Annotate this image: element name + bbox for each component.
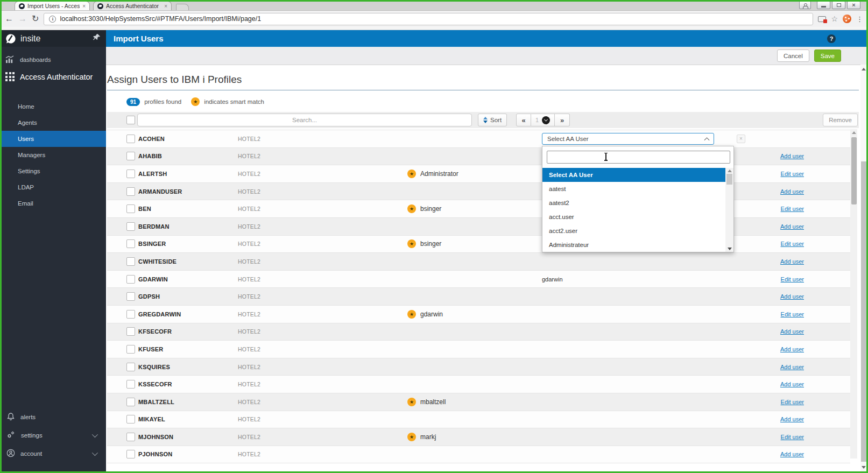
extension-card-icon[interactable] [818,16,826,22]
sidebar-item-account[interactable]: account [0,444,106,463]
row-checkbox[interactable] [126,450,135,458]
row-checkbox[interactable] [126,292,135,301]
row-checkbox[interactable] [126,187,135,196]
browser-tab-inactive[interactable]: Access Authenticator × [93,1,172,10]
scrollbar-thumb[interactable] [726,174,732,185]
help-icon[interactable]: ? [827,34,836,43]
sidebar-item-agents[interactable]: Agents [0,115,106,131]
row-checkbox[interactable] [126,415,135,423]
browser-tab-active[interactable]: Import Users - Access Au × [15,1,90,10]
sidebar-item-settings[interactable]: Settings [0,163,106,179]
scrollbar-thumb[interactable] [851,137,857,204]
sort-button[interactable]: Sort [478,114,507,126]
remove-button[interactable]: Remove [823,114,858,126]
browser-menu-icon[interactable]: ⋮ [856,15,863,23]
forward-button[interactable]: → [18,15,27,23]
sidebar-item-alerts[interactable]: alerts [0,408,106,426]
row-checkbox[interactable] [126,345,135,354]
select-all-checkbox[interactable] [126,116,135,124]
pin-icon[interactable] [93,33,101,44]
sidebar-item-managers[interactable]: Managers [0,147,106,163]
scrollbar-thumb[interactable] [861,161,866,462]
scroll-up-icon[interactable] [728,170,732,172]
sidebar-item-access-authenticator[interactable]: Access Authenticator [0,68,106,86]
row-checkbox[interactable] [126,239,135,248]
sidebar-item-users[interactable]: Users [0,131,106,147]
save-button[interactable]: Save [814,50,841,62]
edit-user-link[interactable]: Edit user [781,311,804,317]
back-button[interactable]: ← [5,15,13,23]
next-page-button[interactable]: » [555,114,570,126]
dropdown-option[interactable]: Administrateur [542,238,725,252]
aa-user-select[interactable]: Select AA User [542,133,714,145]
add-user-link[interactable]: Add user [780,416,804,422]
row-action-cell: Edit user [752,311,850,317]
row-checkbox[interactable] [126,204,135,213]
add-user-link[interactable]: Add user [780,328,804,335]
scroll-up-icon[interactable] [852,131,856,134]
add-user-link[interactable]: Add user [780,188,804,195]
row-checkbox[interactable] [126,380,135,389]
sidebar-item-email[interactable]: Email [0,195,106,211]
add-user-link[interactable]: Add user [780,364,804,370]
edit-user-link[interactable]: Edit user [781,171,804,177]
clear-selection-button[interactable]: × [737,135,745,143]
row-checkbox[interactable] [126,310,135,319]
page-select-button[interactable]: 1 [531,114,555,126]
sidebar-item-settings[interactable]: settings [0,426,106,444]
sidebar-item-home[interactable]: Home [0,98,106,115]
add-user-link[interactable]: Add user [780,451,804,457]
bookmark-star-icon[interactable]: ☆ [831,15,838,23]
row-checkbox[interactable] [126,170,135,178]
dropdown-search-input[interactable] [547,151,730,164]
row-checkbox[interactable] [126,398,135,406]
row-checkbox[interactable] [126,257,135,266]
reload-button[interactable]: ↻ [32,15,39,23]
first-page-button[interactable]: « [516,114,531,126]
url-bar[interactable]: i localhost:3030/HelpSystemsSrc/#PTMFA/U… [44,13,813,25]
edit-user-link[interactable]: Edit user [781,206,804,212]
add-user-link[interactable]: Add user [780,346,804,352]
minimize-button[interactable] [817,1,830,9]
tab-close-icon[interactable]: × [164,3,167,9]
maximize-button[interactable] [832,1,845,9]
row-checkbox[interactable] [126,433,135,441]
cancel-button[interactable]: Cancel [777,50,809,62]
row-checkbox[interactable] [126,275,135,284]
edit-user-link[interactable]: Edit user [781,434,804,440]
tab-close-icon[interactable]: × [82,3,86,9]
dropdown-option[interactable]: aatest2 [542,196,725,210]
browser-profile-button[interactable] [799,1,811,9]
search-input[interactable] [137,114,472,126]
row-checkbox[interactable] [126,135,135,143]
add-user-link[interactable]: Add user [780,153,804,159]
edit-user-link[interactable]: Edit user [781,241,804,247]
dropdown-option[interactable]: aatest [542,182,725,196]
edit-user-link[interactable]: Edit user [781,276,804,283]
scroll-down-icon[interactable] [728,248,732,250]
add-user-link[interactable]: Add user [780,293,804,300]
system-name: HOTEL2 [238,434,407,440]
add-user-link[interactable]: Add user [780,258,804,265]
sidebar-item-dashboards[interactable]: dashboards [0,51,106,68]
add-user-link[interactable]: Add user [780,223,804,230]
row-checkbox[interactable] [126,363,135,371]
edit-user-link[interactable]: Edit user [781,399,804,405]
add-user-link[interactable]: Add user [780,381,804,387]
table-scrollbar[interactable] [850,129,857,458]
page-info-icon[interactable]: i [49,16,56,23]
dropdown-option[interactable]: acct.user [542,210,725,224]
row-checkbox[interactable] [126,222,135,231]
page-scrollbar[interactable] [860,65,867,472]
row-checkbox[interactable] [126,327,135,336]
dropdown-scrollbar[interactable] [725,168,733,252]
extension-icon[interactable] [843,15,851,23]
sidebar-item-ldap[interactable]: LDAP [0,179,106,195]
scroll-down-icon[interactable] [862,466,866,469]
scroll-up-icon[interactable] [862,68,866,70]
new-tab-button[interactable] [176,4,189,10]
dropdown-option[interactable]: Select AA User [542,168,725,182]
dropdown-option[interactable]: acct2.user [542,224,725,238]
close-button[interactable]: × [847,1,860,9]
row-checkbox[interactable] [126,152,135,160]
